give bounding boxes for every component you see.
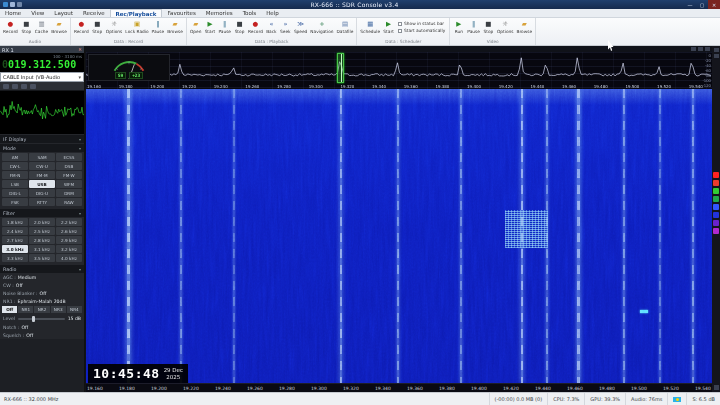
nr-button-nr4[interactable]: NR4 xyxy=(67,306,82,313)
filter-button-3-1-khz[interactable]: 3.1 kHz xyxy=(29,245,55,253)
mode-button-lsb[interactable]: LSB xyxy=(2,180,28,188)
mode-button-fm-w[interactable]: FM-W xyxy=(56,171,82,179)
waterfall-frequency-ruler[interactable]: 19.16019.18019.20019.22019.24019.26019.2… xyxy=(86,383,712,392)
level-slider-thumb[interactable] xyxy=(32,316,35,322)
ribbon-tab-help[interactable]: Help xyxy=(261,9,284,17)
ribbon-button-datafile[interactable]: ▤Datafile xyxy=(336,19,355,34)
clock-overlay[interactable]: 10:45:48 29 Dec 2025 xyxy=(88,364,188,383)
filter-button-2-0-khz[interactable]: 2.0 kHz xyxy=(29,218,55,226)
ribbon-button-browse[interactable]: ▰Browse xyxy=(516,19,534,34)
section-header-filter[interactable]: Filter xyxy=(0,209,84,217)
panel-menu-icon[interactable] xyxy=(714,54,719,58)
filter-button-3-5-khz[interactable]: 3.5 kHz xyxy=(29,254,55,262)
mode-button-wfm[interactable]: WFM xyxy=(56,180,82,188)
mute-icon[interactable] xyxy=(12,84,18,89)
audio-device-dropdown[interactable]: CABLE Input (VB-Audio xyxy=(0,72,84,82)
maximize-button[interactable]: ▢ xyxy=(696,0,708,9)
ribbon-button-back[interactable]: «Back xyxy=(265,19,278,34)
ribbon-button-start[interactable]: ▶Start xyxy=(382,19,395,34)
filter-button-2-8-khz[interactable]: 2.8 kHz xyxy=(29,236,55,244)
panel-pin-icon[interactable] xyxy=(714,48,719,52)
mode-button-fm-n[interactable]: FM-N xyxy=(2,171,28,179)
frequency-marker-color[interactable] xyxy=(713,228,719,234)
frequency-value[interactable]: 019.312.500 xyxy=(8,59,76,70)
filter-button-2-2-khz[interactable]: 2.2 kHz xyxy=(56,218,82,226)
filter-button-2-6-khz[interactable]: 2.6 kHz xyxy=(56,227,82,235)
ribbon-tab-receive[interactable]: Receive xyxy=(78,9,110,17)
ribbon-button-run[interactable]: ▶Run xyxy=(452,19,465,34)
frequency-marker-color[interactable] xyxy=(713,172,719,178)
mode-button-usb[interactable]: USB xyxy=(29,180,55,188)
nr-button-nr3[interactable]: NR3 xyxy=(51,306,66,313)
undo-icon[interactable] xyxy=(17,2,22,7)
mode-button-cw-l[interactable]: CW-L xyxy=(2,162,28,170)
ribbon-button-cache[interactable]: ▥Cache xyxy=(34,19,49,34)
section-header-mode[interactable]: Mode xyxy=(0,144,84,152)
filter-button-2-9-khz[interactable]: 2.9 kHz xyxy=(56,236,82,244)
frequency-marker-color[interactable] xyxy=(713,196,719,202)
checkbox-start-automatically[interactable]: Start automatically xyxy=(398,28,445,33)
frequency-marker-color[interactable] xyxy=(713,188,719,194)
display-option-icon[interactable] xyxy=(691,47,696,51)
ribbon-button-browse[interactable]: ▰Browse xyxy=(166,19,184,34)
resize-grip-icon[interactable] xyxy=(714,385,719,390)
record-audio-icon[interactable] xyxy=(21,84,27,89)
ribbon-button-record[interactable]: ●Record xyxy=(247,19,264,34)
waterfall-display[interactable]: 10:45:48 29 Dec 2025 xyxy=(86,89,712,383)
filter-button-3-0-khz[interactable]: 3.0 kHz xyxy=(2,245,28,253)
ribbon-button-stop[interactable]: ■Stop xyxy=(20,19,33,34)
mode-button-dig-l[interactable]: DIG-L xyxy=(2,189,28,197)
ribbon-button-record[interactable]: ●Record xyxy=(73,19,90,34)
filter-button-2-7-khz[interactable]: 2.7 kHz xyxy=(2,236,28,244)
ribbon-button-stop[interactable]: ■Stop xyxy=(91,19,104,34)
ribbon-button-stop[interactable]: ■Stop xyxy=(482,19,495,34)
display-popout-icon[interactable] xyxy=(698,47,703,51)
frequency-marker-color[interactable] xyxy=(713,220,719,226)
section-header-radio[interactable]: Radio xyxy=(0,265,84,273)
display-close-icon[interactable] xyxy=(705,47,710,51)
ribbon-button-lock-radio[interactable]: ▣Lock Radio xyxy=(124,19,149,34)
filter-button-2-4-khz[interactable]: 2.4 kHz xyxy=(2,227,28,235)
ribbon-button-record[interactable]: ●Record xyxy=(2,19,19,34)
ribbon-tab-layout[interactable]: Layout xyxy=(49,9,78,17)
nr-button-nr2[interactable]: NR2 xyxy=(34,306,49,313)
ribbon-button-stop[interactable]: ■Stop xyxy=(233,19,246,34)
ribbon-button-options[interactable]: ☼Options xyxy=(496,19,515,34)
mode-button-sam[interactable]: SAM xyxy=(29,153,55,161)
nr-button-nr1[interactable]: NR1 xyxy=(18,306,33,313)
level-slider[interactable] xyxy=(18,318,64,320)
ribbon-tab-memories[interactable]: Memories xyxy=(201,9,238,17)
ribbon-button-pause[interactable]: ‖Pause xyxy=(217,19,232,34)
speaker-icon[interactable] xyxy=(3,84,9,89)
frequency-marker-color[interactable] xyxy=(713,212,719,218)
filter-button-3-2-khz[interactable]: 3.2 kHz xyxy=(56,245,82,253)
ribbon-button-options[interactable]: ☼Options xyxy=(105,19,124,34)
mode-button-dsb[interactable]: DSB xyxy=(56,162,82,170)
mode-button-fm-m[interactable]: FM-M xyxy=(29,171,55,179)
ribbon-tab-favourites[interactable]: Favourites xyxy=(162,9,200,17)
filter-button-2-5-khz[interactable]: 2.5 kHz xyxy=(29,227,55,235)
mode-button-drm[interactable]: DRM xyxy=(56,189,82,197)
frequency-marker-color[interactable] xyxy=(713,204,719,210)
ribbon-button-seek[interactable]: »Seek xyxy=(279,19,292,34)
ribbon-button-start[interactable]: ▶Start xyxy=(203,19,216,34)
mode-button-rtty[interactable]: RTTY xyxy=(29,198,55,206)
mode-button-ecss[interactable]: ECSS xyxy=(56,153,82,161)
receiver-close-icon[interactable]: ✕ xyxy=(78,47,82,52)
ribbon-tab-view[interactable]: View xyxy=(26,9,49,17)
ribbon-tab-rec-playback[interactable]: Rec/Playback xyxy=(110,9,163,17)
ribbon-button-open[interactable]: ▰Open xyxy=(189,19,202,34)
close-button[interactable]: ✕ xyxy=(708,0,720,9)
tuning-marker[interactable] xyxy=(337,53,344,83)
mode-button-raw[interactable]: RAW xyxy=(56,198,82,206)
section-header-if-display[interactable]: IF Display xyxy=(0,135,84,143)
frequency-display[interactable]: 0 019.312.500 100 - 3100 ms xyxy=(0,53,84,72)
nr-button-off[interactable]: Off xyxy=(2,306,17,313)
spectrum-display[interactable]: 0-20-40-60-80-100-120 19.16019.18019.200… xyxy=(86,52,712,89)
filter-button-4-0-khz[interactable]: 4.0 kHz xyxy=(56,254,82,262)
ribbon-button-speed[interactable]: ≫Speed xyxy=(293,19,308,34)
frequency-marker-color[interactable] xyxy=(713,180,719,186)
ribbon-button-browse[interactable]: ▰Browse xyxy=(50,19,68,34)
mode-button-dig-u[interactable]: DIG-U xyxy=(29,189,55,197)
ribbon-button-pause[interactable]: ‖Pause xyxy=(466,19,481,34)
